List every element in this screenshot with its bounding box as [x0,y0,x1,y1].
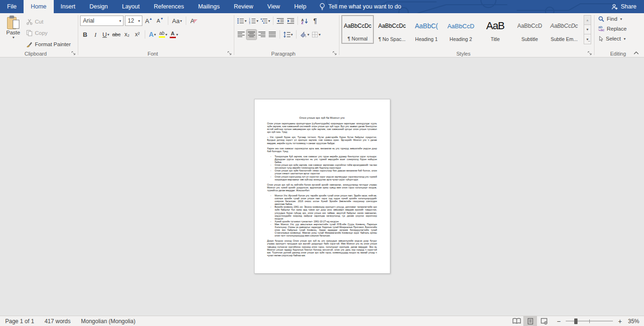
select-button[interactable]: Select▾ [596,34,640,43]
tab-help[interactable]: Help [287,0,314,13]
bold-button[interactable]: B [80,30,90,40]
cut-button[interactable]: Cut [25,16,73,27]
decrease-indent-button[interactable] [275,16,285,26]
italic-button[interactable]: I [91,30,100,40]
align-left-button[interactable] [236,30,246,40]
sort-button[interactable] [300,16,310,26]
styles-scroll-up-button[interactable]: ▲ [584,16,591,25]
numbering-button[interactable]: ▾ [248,16,259,26]
underline-dropdown-arrow[interactable]: ▾ [107,33,109,37]
font-dialog-launcher-icon[interactable] [227,51,232,56]
cut-label: Cut [35,19,43,24]
style-no-spacing[interactable]: AaBbCcDc ¶ No Spac... [376,15,408,44]
tab-review[interactable]: Review [227,0,260,13]
tab-insert[interactable]: Insert [54,0,83,13]
page-count-status[interactable]: Page 1 of 1 [0,316,39,326]
font-name-dropdown-arrow[interactable]: ▾ [117,19,123,23]
tab-file[interactable]: File [0,0,24,13]
zoom-in-button[interactable]: + [617,318,623,325]
borders-button[interactable]: ▾ [311,30,322,40]
font-size-dropdown-arrow[interactable]: ▾ [136,19,142,23]
font-size-combobox[interactable]: 12 ▾ [125,16,142,26]
document-bullet-list: Тохиролцож буй зарчим, хэм хэмжээг улс г… [274,155,377,181]
web-layout-button[interactable] [537,316,551,326]
zoom-out-button[interactable]: − [555,318,562,325]
borders-dropdown-arrow[interactable]: ▾ [319,33,321,37]
text-effects-button[interactable]: A▾ [148,30,157,40]
styles-scroll-down-button[interactable]: ▼ [584,25,591,34]
bullets-button[interactable]: ▾ [236,16,248,26]
highlight-button[interactable]: ab ▾ [158,30,168,40]
tab-view[interactable]: View [260,0,287,13]
justify-button[interactable] [267,30,277,40]
tab-mailings[interactable]: Mailings [191,0,227,13]
styles-gallery-scroll: ▲ ▼ ▼̲ [584,15,591,44]
tab-references[interactable]: References [147,0,191,13]
paste-button[interactable]: Paste ▾ [2,15,25,49]
highlight-dropdown-arrow[interactable]: ▾ [165,33,167,37]
align-right-button[interactable] [257,30,267,40]
line-spacing-button[interactable]: ▾ [282,30,294,40]
numbering-dropdown-arrow[interactable]: ▾ [256,19,258,23]
shading-dropdown-arrow[interactable]: ▾ [307,33,309,37]
line-spacing-dropdown-arrow[interactable]: ▾ [291,33,293,37]
styles-gallery-more-button[interactable]: ▼̲ [584,34,591,44]
font-name-combobox[interactable]: Arial ▾ [80,16,124,26]
tab-layout[interactable]: Layout [115,0,147,13]
find-button[interactable]: Find▾ [596,14,640,24]
bullets-dropdown-arrow[interactable]: ▾ [245,19,247,23]
find-dropdown-arrow[interactable]: ▾ [620,17,622,21]
subscript-button[interactable]: x₂ [122,30,132,40]
share-button[interactable]: Share [603,0,644,13]
borders-icon [312,32,318,38]
strikethrough-button[interactable]: abc [111,30,122,40]
text-effects-dropdown-arrow[interactable]: ▾ [154,33,156,37]
increase-indent-button[interactable] [286,16,296,26]
clear-formatting-button[interactable]: A◤ [189,16,199,26]
multilevel-dropdown-arrow[interactable]: ▾ [268,19,270,23]
font-color-dropdown-arrow[interactable]: ▾ [176,33,178,37]
change-case-button[interactable]: Aa▾ [171,16,183,26]
ribbon: Paste ▾ Cut Copy Format Painter Clipboar… [0,13,644,57]
style-normal[interactable]: AaBbCcDc ¶ Normal [341,15,374,44]
zoom-percentage[interactable]: 35% [628,318,644,325]
tell-me-box[interactable]: Tell me what you want to do [314,0,407,13]
read-mode-book-icon [512,318,521,324]
print-layout-button[interactable] [523,316,537,326]
document-paragraph: Дээрх бүгдээс үзэхэд Олон улсын эрх зүй … [267,239,377,257]
document-canvas[interactable]: Олон улсын эрх зүй ба Монгол улс Олон ул… [0,57,644,316]
align-center-button[interactable] [247,30,256,40]
style-label: Subtitle [521,36,538,42]
style-heading1[interactable]: AaBbC( Heading 1 [410,15,443,44]
replace-button[interactable]: ab⤷ac Replace [596,24,640,33]
document-page[interactable]: Олон улсын эрх зүй ба Монгол улс Олон ул… [254,99,390,274]
language-status[interactable]: Mongolian (Mongolia) [76,316,140,326]
select-dropdown-arrow[interactable]: ▾ [624,37,626,41]
zoom-slider[interactable] [566,318,613,325]
style-heading2[interactable]: AaBbCcD Heading 2 [445,15,477,44]
superscript-button[interactable]: x² [132,30,142,40]
style-subtitle[interactable]: AaBbCcD Subtitle [513,15,546,44]
paragraph-dialog-launcher-icon[interactable] [332,51,337,56]
paste-dropdown-arrow[interactable]: ▾ [12,35,14,40]
styles-dialog-launcher-icon[interactable] [587,51,592,56]
show-paragraph-marks-button[interactable]: ¶ [310,16,320,26]
underline-button[interactable]: U▾ [101,30,111,40]
multilevel-list-button[interactable]: ▾ [260,16,271,26]
tab-design[interactable]: Design [83,0,115,13]
shading-button[interactable]: ▾ [299,30,310,40]
font-color-button[interactable]: A ▾ [169,30,179,40]
style-subtle-emphasis[interactable]: AaBbCcDc Subtle Em... [548,15,580,44]
word-count-status[interactable]: 417 words [39,316,75,326]
read-mode-button[interactable] [510,316,523,326]
clipboard-dialog-launcher-icon[interactable] [71,51,76,56]
style-title[interactable]: AaB Title [479,15,512,44]
tab-home[interactable]: Home [24,0,53,13]
copy-button[interactable]: Copy [25,28,73,38]
list-item: Олон улсын эрх зүйн зарчим, хэм хэмжээг … [274,163,377,169]
shrink-font-button[interactable]: A▼ [155,16,165,26]
format-painter-button[interactable]: Format Painter [25,39,73,49]
grow-font-button[interactable]: A▲ [144,16,154,26]
zoom-slider-handle[interactable] [574,318,578,324]
collapse-ribbon-button[interactable] [632,49,640,56]
